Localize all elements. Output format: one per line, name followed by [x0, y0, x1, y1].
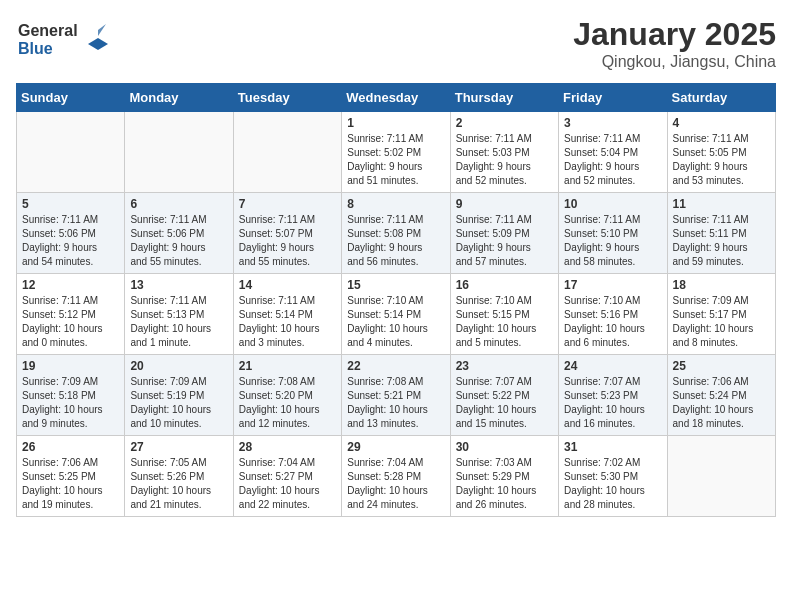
day-number: 29 — [347, 440, 444, 454]
day-cell: 29Sunrise: 7:04 AM Sunset: 5:28 PM Dayli… — [342, 436, 450, 517]
day-info: Sunrise: 7:03 AM Sunset: 5:29 PM Dayligh… — [456, 456, 553, 512]
day-number: 3 — [564, 116, 661, 130]
day-info: Sunrise: 7:09 AM Sunset: 5:17 PM Dayligh… — [673, 294, 770, 350]
day-number: 28 — [239, 440, 336, 454]
day-number: 23 — [456, 359, 553, 373]
header: General Blue January 2025 Qingkou, Jiang… — [16, 16, 776, 71]
day-cell: 6Sunrise: 7:11 AM Sunset: 5:06 PM Daylig… — [125, 193, 233, 274]
day-cell: 8Sunrise: 7:11 AM Sunset: 5:08 PM Daylig… — [342, 193, 450, 274]
day-cell: 2Sunrise: 7:11 AM Sunset: 5:03 PM Daylig… — [450, 112, 558, 193]
day-info: Sunrise: 7:10 AM Sunset: 5:14 PM Dayligh… — [347, 294, 444, 350]
day-number: 13 — [130, 278, 227, 292]
day-number: 25 — [673, 359, 770, 373]
day-info: Sunrise: 7:11 AM Sunset: 5:03 PM Dayligh… — [456, 132, 553, 188]
day-number: 20 — [130, 359, 227, 373]
day-info: Sunrise: 7:11 AM Sunset: 5:13 PM Dayligh… — [130, 294, 227, 350]
day-info: Sunrise: 7:11 AM Sunset: 5:12 PM Dayligh… — [22, 294, 119, 350]
day-info: Sunrise: 7:11 AM Sunset: 5:04 PM Dayligh… — [564, 132, 661, 188]
day-number: 16 — [456, 278, 553, 292]
day-cell: 11Sunrise: 7:11 AM Sunset: 5:11 PM Dayli… — [667, 193, 775, 274]
day-cell: 12Sunrise: 7:11 AM Sunset: 5:12 PM Dayli… — [17, 274, 125, 355]
day-number: 1 — [347, 116, 444, 130]
weekday-header-saturday: Saturday — [667, 84, 775, 112]
day-cell: 3Sunrise: 7:11 AM Sunset: 5:04 PM Daylig… — [559, 112, 667, 193]
day-number: 18 — [673, 278, 770, 292]
day-number: 30 — [456, 440, 553, 454]
day-cell: 14Sunrise: 7:11 AM Sunset: 5:14 PM Dayli… — [233, 274, 341, 355]
day-info: Sunrise: 7:11 AM Sunset: 5:02 PM Dayligh… — [347, 132, 444, 188]
day-cell: 26Sunrise: 7:06 AM Sunset: 5:25 PM Dayli… — [17, 436, 125, 517]
day-cell: 28Sunrise: 7:04 AM Sunset: 5:27 PM Dayli… — [233, 436, 341, 517]
day-info: Sunrise: 7:11 AM Sunset: 5:09 PM Dayligh… — [456, 213, 553, 269]
day-info: Sunrise: 7:11 AM Sunset: 5:06 PM Dayligh… — [22, 213, 119, 269]
day-cell — [667, 436, 775, 517]
day-cell: 1Sunrise: 7:11 AM Sunset: 5:02 PM Daylig… — [342, 112, 450, 193]
day-info: Sunrise: 7:11 AM Sunset: 5:07 PM Dayligh… — [239, 213, 336, 269]
day-info: Sunrise: 7:07 AM Sunset: 5:22 PM Dayligh… — [456, 375, 553, 431]
week-row-4: 19Sunrise: 7:09 AM Sunset: 5:18 PM Dayli… — [17, 355, 776, 436]
week-row-2: 5Sunrise: 7:11 AM Sunset: 5:06 PM Daylig… — [17, 193, 776, 274]
day-info: Sunrise: 7:10 AM Sunset: 5:15 PM Dayligh… — [456, 294, 553, 350]
weekday-header-thursday: Thursday — [450, 84, 558, 112]
day-info: Sunrise: 7:07 AM Sunset: 5:23 PM Dayligh… — [564, 375, 661, 431]
day-info: Sunrise: 7:02 AM Sunset: 5:30 PM Dayligh… — [564, 456, 661, 512]
day-cell: 25Sunrise: 7:06 AM Sunset: 5:24 PM Dayli… — [667, 355, 775, 436]
day-info: Sunrise: 7:09 AM Sunset: 5:19 PM Dayligh… — [130, 375, 227, 431]
day-info: Sunrise: 7:11 AM Sunset: 5:05 PM Dayligh… — [673, 132, 770, 188]
calendar-subtitle: Qingkou, Jiangsu, China — [573, 53, 776, 71]
day-info: Sunrise: 7:08 AM Sunset: 5:21 PM Dayligh… — [347, 375, 444, 431]
day-info: Sunrise: 7:10 AM Sunset: 5:16 PM Dayligh… — [564, 294, 661, 350]
day-info: Sunrise: 7:11 AM Sunset: 5:06 PM Dayligh… — [130, 213, 227, 269]
day-cell: 17Sunrise: 7:10 AM Sunset: 5:16 PM Dayli… — [559, 274, 667, 355]
day-cell: 18Sunrise: 7:09 AM Sunset: 5:17 PM Dayli… — [667, 274, 775, 355]
day-cell: 15Sunrise: 7:10 AM Sunset: 5:14 PM Dayli… — [342, 274, 450, 355]
day-info: Sunrise: 7:11 AM Sunset: 5:14 PM Dayligh… — [239, 294, 336, 350]
day-number: 11 — [673, 197, 770, 211]
title-area: January 2025 Qingkou, Jiangsu, China — [573, 16, 776, 71]
day-info: Sunrise: 7:11 AM Sunset: 5:10 PM Dayligh… — [564, 213, 661, 269]
day-cell — [233, 112, 341, 193]
day-number: 14 — [239, 278, 336, 292]
day-number: 8 — [347, 197, 444, 211]
day-info: Sunrise: 7:08 AM Sunset: 5:20 PM Dayligh… — [239, 375, 336, 431]
weekday-header-tuesday: Tuesday — [233, 84, 341, 112]
day-info: Sunrise: 7:04 AM Sunset: 5:27 PM Dayligh… — [239, 456, 336, 512]
weekday-header-friday: Friday — [559, 84, 667, 112]
day-cell: 9Sunrise: 7:11 AM Sunset: 5:09 PM Daylig… — [450, 193, 558, 274]
day-number: 15 — [347, 278, 444, 292]
day-info: Sunrise: 7:09 AM Sunset: 5:18 PM Dayligh… — [22, 375, 119, 431]
day-number: 31 — [564, 440, 661, 454]
calendar-title: January 2025 — [573, 16, 776, 53]
day-info: Sunrise: 7:06 AM Sunset: 5:24 PM Dayligh… — [673, 375, 770, 431]
day-cell: 10Sunrise: 7:11 AM Sunset: 5:10 PM Dayli… — [559, 193, 667, 274]
day-cell: 20Sunrise: 7:09 AM Sunset: 5:19 PM Dayli… — [125, 355, 233, 436]
day-cell: 23Sunrise: 7:07 AM Sunset: 5:22 PM Dayli… — [450, 355, 558, 436]
weekday-header-sunday: Sunday — [17, 84, 125, 112]
day-number: 12 — [22, 278, 119, 292]
day-number: 22 — [347, 359, 444, 373]
logo: General Blue — [16, 16, 116, 64]
weekday-header-row: SundayMondayTuesdayWednesdayThursdayFrid… — [17, 84, 776, 112]
day-cell: 13Sunrise: 7:11 AM Sunset: 5:13 PM Dayli… — [125, 274, 233, 355]
day-cell: 16Sunrise: 7:10 AM Sunset: 5:15 PM Dayli… — [450, 274, 558, 355]
day-number: 4 — [673, 116, 770, 130]
svg-text:Blue: Blue — [18, 40, 53, 57]
day-number: 7 — [239, 197, 336, 211]
day-number: 2 — [456, 116, 553, 130]
day-number: 26 — [22, 440, 119, 454]
week-row-3: 12Sunrise: 7:11 AM Sunset: 5:12 PM Dayli… — [17, 274, 776, 355]
day-cell: 31Sunrise: 7:02 AM Sunset: 5:30 PM Dayli… — [559, 436, 667, 517]
day-cell: 21Sunrise: 7:08 AM Sunset: 5:20 PM Dayli… — [233, 355, 341, 436]
day-info: Sunrise: 7:11 AM Sunset: 5:08 PM Dayligh… — [347, 213, 444, 269]
day-number: 27 — [130, 440, 227, 454]
day-number: 17 — [564, 278, 661, 292]
day-number: 9 — [456, 197, 553, 211]
day-info: Sunrise: 7:06 AM Sunset: 5:25 PM Dayligh… — [22, 456, 119, 512]
day-cell: 24Sunrise: 7:07 AM Sunset: 5:23 PM Dayli… — [559, 355, 667, 436]
day-cell: 19Sunrise: 7:09 AM Sunset: 5:18 PM Dayli… — [17, 355, 125, 436]
calendar-table: SundayMondayTuesdayWednesdayThursdayFrid… — [16, 83, 776, 517]
day-number: 24 — [564, 359, 661, 373]
week-row-1: 1Sunrise: 7:11 AM Sunset: 5:02 PM Daylig… — [17, 112, 776, 193]
day-info: Sunrise: 7:05 AM Sunset: 5:26 PM Dayligh… — [130, 456, 227, 512]
day-cell: 4Sunrise: 7:11 AM Sunset: 5:05 PM Daylig… — [667, 112, 775, 193]
